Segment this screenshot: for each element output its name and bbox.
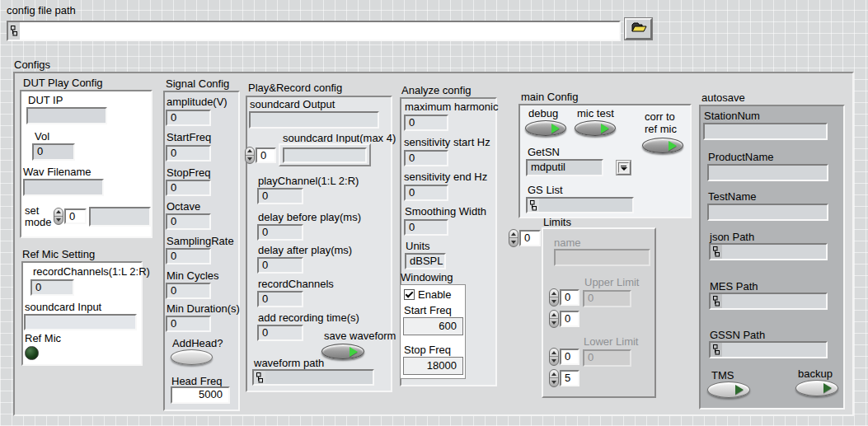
addhead-label: AddHead? <box>172 338 223 349</box>
amplitude-field[interactable]: 0 <box>166 110 211 126</box>
delay-before-play-field[interactable]: 0 <box>257 224 303 241</box>
stop-freq-field[interactable]: 18000 <box>403 357 463 375</box>
gs-list-path-value[interactable] <box>539 199 632 212</box>
record-channels-field[interactable]: 0 <box>30 279 74 296</box>
mic-test-toggle[interactable] <box>575 120 616 136</box>
gssn-path-value[interactable] <box>722 343 826 357</box>
min-cycles-field[interactable]: 0 <box>166 283 211 299</box>
octave-field[interactable]: 0 <box>166 213 211 230</box>
debug-toggle[interactable] <box>525 120 566 136</box>
increment-icon[interactable] <box>246 147 254 156</box>
lower-limit-index-stepper-a[interactable] <box>549 348 559 366</box>
play-arrow-icon <box>601 124 609 133</box>
mes-path-value[interactable] <box>722 294 826 308</box>
upper-limit-index-field-a[interactable]: 0 <box>560 289 579 306</box>
decrement-icon[interactable] <box>509 238 518 246</box>
min-cycles-label: Min Cycles <box>167 270 219 282</box>
min-duration-field[interactable]: 0 <box>166 316 211 332</box>
decrement-icon[interactable] <box>550 357 558 365</box>
mes-path-control[interactable] <box>709 293 828 310</box>
decrement-icon[interactable] <box>246 156 254 164</box>
lower-limit-index-field-b[interactable]: 5 <box>560 370 579 386</box>
main-config-title: main Config <box>521 91 578 103</box>
decrement-icon[interactable] <box>550 297 558 306</box>
sensitivity-start-field[interactable]: 0 <box>404 150 448 166</box>
test-name-field[interactable] <box>707 204 828 221</box>
refmic-soundcard-input-field[interactable] <box>24 314 137 330</box>
dut-ip-field[interactable] <box>26 107 107 124</box>
lower-limit-label: Lower Limit <box>584 336 638 348</box>
vol-field[interactable]: 0 <box>32 143 75 161</box>
station-num-field[interactable] <box>703 123 828 140</box>
signal-config-title: Signal Config <box>166 78 229 90</box>
decrement-icon[interactable] <box>54 217 63 225</box>
set-mode-index-field[interactable]: 0 <box>64 208 87 224</box>
increment-icon[interactable] <box>550 370 558 378</box>
pr-record-channels-label: recordChannels <box>258 279 334 290</box>
increment-icon[interactable] <box>54 208 63 217</box>
head-freq-label: Head Freq <box>171 376 222 387</box>
upper-limit-index-field-b[interactable]: 0 <box>560 311 579 327</box>
path-glyph-icon <box>528 199 539 212</box>
startfreq-field[interactable]: 0 <box>166 145 211 162</box>
smoothing-width-field[interactable]: 0 <box>404 219 448 236</box>
dut-ip-label: DUT IP <box>28 95 63 106</box>
waveform-path-control[interactable] <box>252 369 374 386</box>
json-path-value[interactable] <box>722 245 826 259</box>
lower-limit-index-field-a[interactable]: 0 <box>560 349 579 365</box>
delay-after-play-field[interactable]: 0 <box>257 257 303 274</box>
playchannel-field[interactable]: 0 <box>257 188 303 204</box>
lower-limit-value-field: 0 <box>583 349 631 367</box>
increment-icon[interactable] <box>509 230 518 238</box>
pr-record-channels-field[interactable]: 0 <box>257 291 303 307</box>
delay-before-play-label: delay before play(ms) <box>258 212 361 223</box>
corr-to-ref-mic-toggle[interactable] <box>642 138 683 153</box>
mic-test-label: mic test <box>577 108 614 119</box>
browse-button[interactable] <box>625 18 652 40</box>
head-freq-field[interactable]: 5000 <box>171 386 230 404</box>
gssn-path-control[interactable] <box>709 341 828 358</box>
json-path-label: json Path <box>710 232 754 243</box>
sensitivity-end-field[interactable]: 0 <box>404 185 448 201</box>
ref-mic-led-indicator[interactable] <box>25 346 39 360</box>
decrement-icon[interactable] <box>550 378 558 386</box>
soundcard-output-field[interactable] <box>249 111 379 129</box>
gs-list-path-control[interactable] <box>526 197 634 213</box>
sensitivity-end-label: sensitivity end Hz <box>404 171 487 183</box>
limits-index-field[interactable]: 0 <box>519 230 541 246</box>
set-mode-stepper[interactable] <box>54 208 63 225</box>
samplingrate-field[interactable]: 0 <box>166 248 211 264</box>
enable-checkbox[interactable] <box>404 289 415 300</box>
start-freq-field[interactable]: 600 <box>403 317 463 335</box>
wav-filename-field[interactable] <box>23 179 104 196</box>
increment-icon[interactable] <box>550 311 558 319</box>
soundcard-input-index-stepper[interactable] <box>245 147 255 164</box>
tms-toggle[interactable] <box>707 382 750 398</box>
save-waveform-toggle[interactable] <box>321 344 364 359</box>
backup-toggle[interactable] <box>795 380 838 396</box>
units-field[interactable]: dBSPL <box>405 253 446 269</box>
increment-icon[interactable] <box>550 289 558 297</box>
startfreq-label: StartFreq <box>167 132 211 143</box>
decrement-icon[interactable] <box>550 319 558 327</box>
upper-limit-index-stepper-b[interactable] <box>549 310 559 328</box>
set-mode-value-field[interactable] <box>89 207 151 227</box>
lower-limit-index-stepper-b[interactable] <box>549 369 559 387</box>
increment-icon[interactable] <box>550 349 558 357</box>
maximum-harmonic-field[interactable]: 0 <box>404 115 448 131</box>
config-file-path-value[interactable] <box>20 22 619 40</box>
limits-index-stepper[interactable] <box>509 229 518 247</box>
getsn-combobox[interactable]: mdputil <box>526 159 603 176</box>
add-recording-time-field[interactable]: 0 <box>257 325 303 341</box>
stopfreq-field[interactable]: 0 <box>166 180 211 196</box>
soundcard-input-index-field[interactable]: 0 <box>256 147 276 163</box>
product-name-field[interactable] <box>707 164 828 181</box>
config-file-path-control[interactable] <box>7 21 621 41</box>
waveform-path-value[interactable] <box>265 371 373 384</box>
addhead-toggle[interactable] <box>171 349 213 365</box>
getsn-dropdown-button[interactable] <box>617 161 631 175</box>
upper-limit-index-stepper-a[interactable] <box>549 288 559 307</box>
soundcard-input-max4-field[interactable] <box>283 147 367 163</box>
add-recording-time-label: add recording time(s) <box>258 312 359 324</box>
json-path-control[interactable] <box>709 243 828 260</box>
